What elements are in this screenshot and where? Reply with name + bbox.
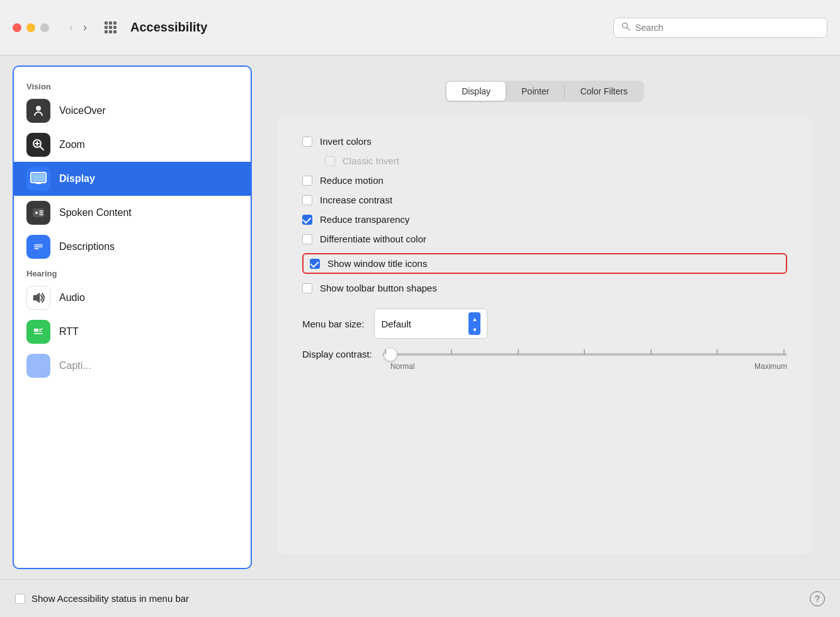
- sidebar-item-descriptions[interactable]: Descriptions: [14, 230, 251, 264]
- svg-rect-11: [32, 174, 45, 181]
- menu-bar-size-stepper[interactable]: [468, 312, 480, 335]
- svg-line-4: [40, 147, 44, 150]
- contrast-max-label: Maximum: [754, 362, 787, 371]
- svg-point-2: [36, 106, 41, 111]
- status-menu-bar-checkbox[interactable]: [15, 594, 25, 604]
- sidebar-item-voiceover[interactable]: VoiceOver: [14, 94, 251, 128]
- svg-point-13: [35, 212, 38, 214]
- menu-bar-size-value: Default: [381, 319, 463, 329]
- increase-contrast-label: Increase contrast: [320, 195, 392, 205]
- reduce-transparency-row: Reduce transparency: [302, 214, 787, 225]
- sidebar-item-rtt[interactable]: RTT: [14, 315, 251, 349]
- contrast-slider-wrapper: [382, 353, 787, 356]
- show-toolbar-button-shapes-checkbox[interactable]: [302, 283, 312, 293]
- section-label-vision: Vision: [14, 77, 251, 94]
- svg-rect-27: [32, 361, 45, 371]
- svg-rect-26: [34, 333, 43, 334]
- tab-display[interactable]: Display: [446, 82, 506, 101]
- stepper-up-icon: [472, 314, 477, 323]
- tab-pointer[interactable]: Pointer: [506, 82, 564, 101]
- display-contrast-label: Display contrast:: [302, 349, 372, 359]
- zoom-icon: [26, 133, 50, 157]
- spoken-content-icon: [26, 201, 50, 225]
- right-panel: Display Pointer Color Filters Invert col…: [262, 65, 827, 569]
- svg-rect-23: [34, 329, 38, 332]
- contrast-range-labels: Normal Maximum: [302, 362, 787, 371]
- differentiate-without-color-row: Differentiate without color: [302, 234, 787, 244]
- search-input[interactable]: [635, 23, 819, 33]
- voiceover-label: VoiceOver: [59, 105, 106, 116]
- spoken-content-label: Spoken Content: [59, 207, 132, 218]
- show-window-title-icons-label: Show window title icons: [327, 258, 427, 269]
- invert-colors-checkbox[interactable]: [302, 137, 312, 147]
- bottom-bar: Show Accessibility status in menu bar ?: [0, 579, 840, 617]
- invert-colors-label: Invert colors: [320, 136, 372, 147]
- svg-marker-21: [33, 293, 40, 303]
- sidebar-item-spoken-content[interactable]: Spoken Content: [14, 196, 251, 230]
- tabs-container: Display Pointer Color Filters: [277, 81, 812, 102]
- settings-area: Invert colors Classic Invert Reduce moti…: [277, 117, 812, 554]
- contrast-slider-track[interactable]: [382, 353, 787, 356]
- page-title: Accessibility: [130, 20, 603, 35]
- classic-invert-row: Classic Invert: [302, 156, 787, 166]
- reduce-motion-label: Reduce motion: [320, 175, 383, 186]
- display-contrast-section: Display contrast:: [302, 349, 787, 371]
- classic-invert-checkbox[interactable]: [325, 156, 335, 166]
- partial-icon: [26, 354, 50, 378]
- sidebar-item-partial[interactable]: Capti...: [14, 349, 251, 383]
- apps-grid-icon[interactable]: [105, 21, 116, 33]
- svg-rect-25: [39, 331, 42, 332]
- differentiate-without-color-label: Differentiate without color: [320, 234, 426, 244]
- reduce-transparency-checkbox[interactable]: [302, 215, 312, 225]
- descriptions-icon: [26, 235, 50, 259]
- menu-bar-size-row: Menu bar size: Default: [302, 308, 787, 339]
- status-menu-bar-label: Show Accessibility status in menu bar: [31, 593, 189, 604]
- reduce-motion-checkbox[interactable]: [302, 176, 312, 186]
- menu-bar-size-label: Menu bar size:: [302, 319, 364, 329]
- back-button[interactable]: ‹: [65, 18, 77, 37]
- show-window-title-icons-checkbox[interactable]: [310, 259, 320, 269]
- increase-contrast-checkbox[interactable]: [302, 195, 312, 205]
- main-content: Vision VoiceOver: [0, 55, 840, 579]
- sidebar: Vision VoiceOver: [13, 65, 252, 569]
- reduce-motion-row: Reduce motion: [302, 175, 787, 186]
- invert-colors-row: Invert colors: [302, 136, 787, 147]
- show-window-title-icons-row: Show window title icons: [302, 253, 787, 274]
- section-label-hearing: Hearing: [14, 264, 251, 281]
- contrast-min-label: Normal: [390, 362, 415, 371]
- sidebar-scroll: Vision VoiceOver: [14, 67, 251, 568]
- rtt-icon: [26, 320, 50, 344]
- search-icon: [621, 22, 630, 33]
- svg-rect-22: [32, 327, 45, 337]
- search-box[interactable]: [613, 18, 827, 38]
- audio-label: Audio: [59, 292, 85, 303]
- nav-arrows: ‹ ›: [65, 18, 91, 37]
- tab-color-filters[interactable]: Color Filters: [565, 82, 642, 101]
- menu-bar-size-select[interactable]: Default: [374, 308, 487, 339]
- differentiate-without-color-checkbox[interactable]: [302, 234, 312, 244]
- status-menu-bar-row: Show Accessibility status in menu bar: [15, 593, 189, 604]
- show-toolbar-button-shapes-row: Show toolbar button shapes: [302, 283, 787, 293]
- voiceover-icon: [26, 99, 50, 123]
- zoom-label: Zoom: [59, 139, 85, 150]
- svg-line-1: [627, 27, 630, 30]
- stepper-down-icon: [472, 324, 477, 334]
- sidebar-item-audio[interactable]: Audio: [14, 281, 251, 315]
- sidebar-item-zoom[interactable]: Zoom: [14, 128, 251, 162]
- contrast-label-row: Display contrast:: [302, 349, 787, 359]
- reduce-transparency-label: Reduce transparency: [320, 214, 410, 225]
- forward-button[interactable]: ›: [79, 18, 91, 37]
- classic-invert-label: Classic Invert: [343, 156, 399, 166]
- help-button[interactable]: ?: [810, 591, 825, 606]
- close-button[interactable]: [13, 23, 21, 32]
- display-icon: [26, 167, 50, 191]
- audio-icon: [26, 286, 50, 310]
- maximize-button[interactable]: [40, 23, 49, 32]
- tabs: Display Pointer Color Filters: [445, 81, 644, 102]
- display-label: Display: [59, 173, 95, 184]
- minimize-button[interactable]: [26, 23, 35, 32]
- sidebar-item-display[interactable]: Display: [14, 162, 251, 196]
- increase-contrast-row: Increase contrast: [302, 195, 787, 205]
- descriptions-label: Descriptions: [59, 241, 115, 252]
- svg-rect-24: [39, 329, 43, 330]
